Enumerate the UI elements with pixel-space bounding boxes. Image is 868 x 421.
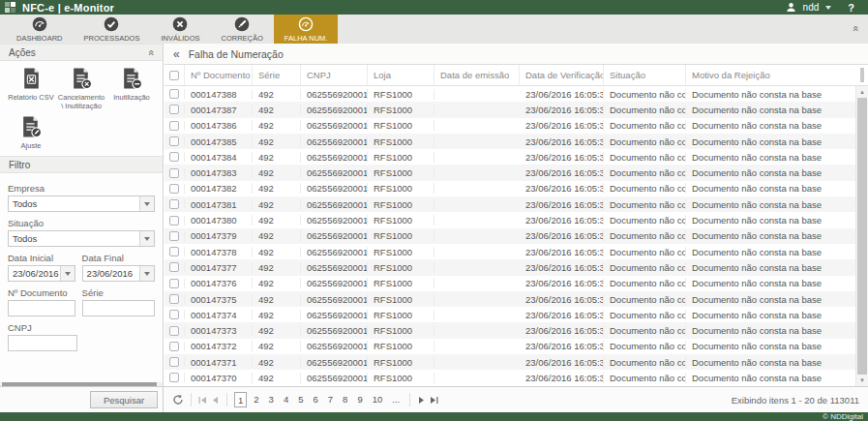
table-row[interactable]: 000147376 492 06255692000103 RFS1000 23/…	[165, 276, 855, 291]
table-row[interactable]: 000147386 492 06255692000103 RFS1000 23/…	[165, 118, 855, 134]
page-button[interactable]: 6	[310, 392, 320, 407]
page-button[interactable]: 3	[266, 392, 277, 407]
row-checkbox[interactable]	[165, 357, 185, 367]
dropdown-caret-icon[interactable]	[139, 266, 154, 281]
page-button[interactable]: 4	[281, 392, 291, 407]
collapse-sidebar-icon[interactable]: «	[173, 47, 180, 61]
row-checkbox[interactable]	[165, 247, 185, 256]
action-inutilizacao[interactable]: Inutilização	[106, 66, 157, 110]
user-caret-icon[interactable]	[825, 6, 831, 10]
tab-processados[interactable]: PROCESSADOS	[74, 15, 151, 44]
user-menu[interactable]: ndd	[803, 2, 820, 13]
row-checkbox[interactable]	[165, 121, 185, 131]
page-button[interactable]: 1	[234, 392, 247, 407]
row-checkbox[interactable]	[165, 294, 185, 304]
table-row[interactable]: 000147387 492 06255692000103 RFS1000 23/…	[165, 102, 855, 117]
tab-dashboard[interactable]: DASHBOARD	[6, 15, 74, 44]
row-checkbox[interactable]	[165, 262, 185, 272]
row-checkbox[interactable]	[165, 279, 185, 288]
page-button[interactable]: 8	[340, 392, 350, 407]
action-cancelamento-inutilizacao[interactable]: Cancelamento \ Inutilização	[56, 66, 106, 110]
help-icon[interactable]: ?	[848, 2, 854, 14]
dropdown-caret-icon[interactable]	[139, 231, 154, 246]
cell-verificacao: 23/06/2016 16:05:35	[520, 325, 604, 336]
documento-input[interactable]	[8, 300, 75, 316]
row-checkbox[interactable]	[165, 168, 185, 178]
table-row[interactable]: 000147370 492 06255692000103 RFS1000 23/…	[165, 370, 855, 385]
row-checkbox[interactable]	[165, 216, 185, 226]
cell-loja: RFS1000	[368, 183, 434, 194]
row-checkbox[interactable]	[165, 373, 185, 382]
last-page-icon[interactable]	[430, 396, 438, 405]
row-checkbox[interactable]	[165, 326, 185, 336]
tab-correcao[interactable]: CORREÇÃO	[210, 15, 273, 44]
dropdown-caret-icon[interactable]	[139, 196, 154, 211]
next-page-icon[interactable]	[417, 396, 426, 405]
page-button[interactable]: 5	[295, 392, 306, 407]
situacao-select[interactable]: Todos	[8, 230, 155, 247]
scroll-up-icon[interactable]: ▲	[856, 87, 868, 97]
actions-grid: Relatório CSV Cancelamento \ Inutilizaçã…	[0, 61, 163, 152]
scrollbar-thumb[interactable]	[857, 98, 867, 375]
cell-serie: 492	[253, 183, 301, 194]
action-ajuste[interactable]: Ajuste	[6, 114, 56, 150]
data-inicial-picker[interactable]: 23/06/2016	[8, 265, 75, 282]
dropdown-caret-icon[interactable]	[60, 266, 75, 281]
prev-page-icon[interactable]	[211, 396, 220, 405]
row-checkbox[interactable]	[165, 199, 185, 209]
page-button[interactable]: 7	[325, 392, 336, 407]
page-button[interactable]: 10	[370, 392, 386, 407]
table-row[interactable]: 000147385 492 06255692000103 RFS1000 23/…	[165, 134, 855, 149]
serie-input[interactable]	[82, 300, 155, 316]
table-row[interactable]: 000147379 492 06255692000103 RFS1000 23/…	[165, 228, 855, 244]
first-page-icon[interactable]	[198, 396, 207, 405]
table-row[interactable]: 000147375 492 06255692000103 RFS1000 23/…	[165, 291, 855, 307]
column-header-documento[interactable]: Nº Documento	[185, 65, 253, 85]
refresh-icon[interactable]	[172, 394, 184, 406]
table-row[interactable]: 000147382 492 06255692000103 RFS1000 23/…	[165, 181, 855, 196]
page-button[interactable]: ...	[389, 392, 403, 407]
table-row[interactable]: 000147381 492 06255692000103 RFS1000 23/…	[165, 196, 855, 212]
column-header-emissao[interactable]: Data de emissão	[434, 65, 520, 85]
header-checkbox[interactable]	[165, 65, 185, 85]
page-button[interactable]: 2	[251, 392, 261, 407]
column-header-serie[interactable]: Série	[253, 65, 301, 85]
action-relatorio-csv[interactable]: Relatório CSV	[6, 66, 56, 110]
row-checkbox[interactable]	[165, 105, 185, 114]
row-checkbox[interactable]	[165, 136, 185, 146]
data-final-picker[interactable]: 23/06/2016	[82, 265, 155, 282]
column-header-situacao[interactable]: Situação	[604, 65, 686, 85]
tab-falha-num[interactable]: FALHA NUM.	[274, 15, 339, 44]
table-row[interactable]: 000147373 492 06255692000103 RFS1000 23/…	[165, 322, 855, 338]
row-checkbox[interactable]	[165, 231, 185, 241]
table-row[interactable]: 000147380 492 06255692000103 RFS1000 23/…	[165, 212, 855, 227]
search-button[interactable]: Pesquisar	[90, 391, 158, 408]
row-checkbox[interactable]	[165, 184, 185, 194]
row-checkbox[interactable]	[165, 89, 185, 99]
scroll-down-icon[interactable]: ▼	[856, 376, 868, 385]
tab-invalidos[interactable]: INVÁLIDOS	[150, 15, 210, 44]
table-row[interactable]: 000147374 492 06255692000103 RFS1000 23/…	[165, 307, 855, 322]
page-button[interactable]: 9	[354, 392, 365, 407]
cnpj-input[interactable]	[8, 335, 77, 351]
actions-title: Ações	[9, 47, 36, 58]
column-header-cnpj[interactable]: CNPJ	[301, 65, 368, 85]
column-header-motivo[interactable]: Motivo da Rejeição	[686, 65, 855, 85]
column-header-verificacao[interactable]: Data de Verificação	[520, 65, 604, 85]
table-row[interactable]: 000147377 492 06255692000103 RFS1000 23/…	[165, 259, 855, 275]
table-row[interactable]: 000147378 492 06255692000103 RFS1000 23/…	[165, 244, 855, 259]
row-checkbox[interactable]	[165, 342, 185, 351]
vertical-scrollbar[interactable]: ▲ ▼	[855, 86, 868, 386]
table-row[interactable]: 000147388 492 06255692000103 RFS1000 23/…	[165, 86, 855, 102]
column-header-loja[interactable]: Loja	[368, 65, 434, 85]
table-row[interactable]: 000147383 492 06255692000103 RFS1000 23/…	[165, 165, 855, 180]
table-row[interactable]: 000147371 492 06255692000103 RFS1000 23/…	[165, 354, 855, 370]
empresa-select[interactable]: Todos	[8, 195, 155, 212]
table-row[interactable]: 000147372 492 06255692000103 RFS1000 23/…	[165, 339, 855, 354]
collapse-actions-icon[interactable]: «	[145, 49, 156, 55]
row-checkbox[interactable]	[165, 152, 185, 162]
row-checkbox[interactable]	[165, 310, 185, 319]
cell-loja: RFS1000	[368, 278, 434, 288]
collapse-tabs-icon[interactable]: «	[850, 25, 860, 31]
table-row[interactable]: 000147384 492 06255692000103 RFS1000 23/…	[165, 149, 855, 165]
